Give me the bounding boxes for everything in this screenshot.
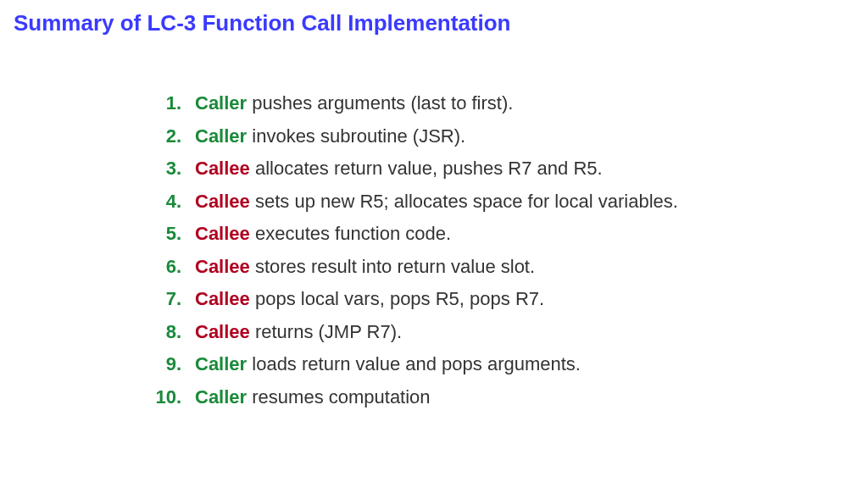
item-text: stores result into return value slot. xyxy=(250,256,535,277)
item-body: Caller invokes subroutine (JSR). xyxy=(195,120,465,153)
item-number: 10. xyxy=(141,381,181,414)
list-item: 9.Caller loads return value and pops arg… xyxy=(141,348,854,381)
item-role: Caller xyxy=(195,92,247,114)
item-number: 7. xyxy=(141,283,181,316)
item-body: Callee executes function code. xyxy=(195,218,451,251)
item-number: 2. xyxy=(141,120,181,153)
item-text: pushes arguments (last to first). xyxy=(247,92,513,114)
list-item: 2.Caller invokes subroutine (JSR). xyxy=(141,120,854,153)
list-item: 10.Caller resumes computation xyxy=(141,381,854,414)
item-text: returns (JMP R7). xyxy=(250,321,402,342)
item-text: allocates return value, pushes R7 and R5… xyxy=(250,158,603,179)
item-role: Caller xyxy=(195,386,247,408)
item-role: Callee xyxy=(195,158,250,179)
item-number: 8. xyxy=(141,316,181,349)
item-body: Callee returns (JMP R7). xyxy=(195,316,402,349)
list-item: 3.Callee allocates return value, pushes … xyxy=(141,152,854,186)
item-text: resumes computation xyxy=(247,386,430,408)
item-body: Caller pushes arguments (last to first). xyxy=(195,87,513,120)
item-role: Caller xyxy=(195,353,247,374)
item-text: invokes subroutine (JSR). xyxy=(247,125,465,147)
list-item: 4.Callee sets up new R5; allocates space… xyxy=(141,186,854,219)
item-body: Callee stores result into return value s… xyxy=(195,251,535,284)
list-item: 6.Callee stores result into return value… xyxy=(141,251,854,284)
item-text: pops local vars, pops R5, pops R7. xyxy=(250,288,544,309)
item-body: Caller resumes computation xyxy=(195,381,431,414)
list-item: 5.Callee executes function code. xyxy=(141,218,854,251)
item-role: Callee xyxy=(195,191,250,212)
item-text: sets up new R5; allocates space for loca… xyxy=(250,191,678,212)
item-role: Callee xyxy=(195,321,250,342)
item-number: 1. xyxy=(141,87,181,120)
item-text: executes function code. xyxy=(250,223,451,244)
item-role: Callee xyxy=(195,223,250,244)
ordered-list: 1.Caller pushes arguments (last to first… xyxy=(141,87,854,413)
item-number: 9. xyxy=(141,348,181,381)
list-item: 8.Callee returns (JMP R7). xyxy=(141,316,854,349)
item-body: Caller loads return value and pops argum… xyxy=(195,348,581,381)
item-role: Callee xyxy=(195,256,250,277)
item-role: Caller xyxy=(195,125,247,147)
item-role: Callee xyxy=(195,288,250,309)
item-body: Callee pops local vars, pops R5, pops R7… xyxy=(195,283,544,316)
item-body: Callee allocates return value, pushes R7… xyxy=(195,152,603,186)
item-body: Callee sets up new R5; allocates space f… xyxy=(195,186,678,219)
item-number: 5. xyxy=(141,218,181,251)
slide: Summary of LC-3 Function Call Implementa… xyxy=(0,0,868,424)
page-title: Summary of LC-3 Function Call Implementa… xyxy=(14,10,854,36)
list-item: 1.Caller pushes arguments (last to first… xyxy=(141,87,854,120)
list-item: 7.Callee pops local vars, pops R5, pops … xyxy=(141,283,854,316)
item-number: 6. xyxy=(141,251,181,284)
item-text: loads return value and pops arguments. xyxy=(247,353,581,374)
item-number: 4. xyxy=(141,186,181,219)
item-number: 3. xyxy=(141,152,181,186)
